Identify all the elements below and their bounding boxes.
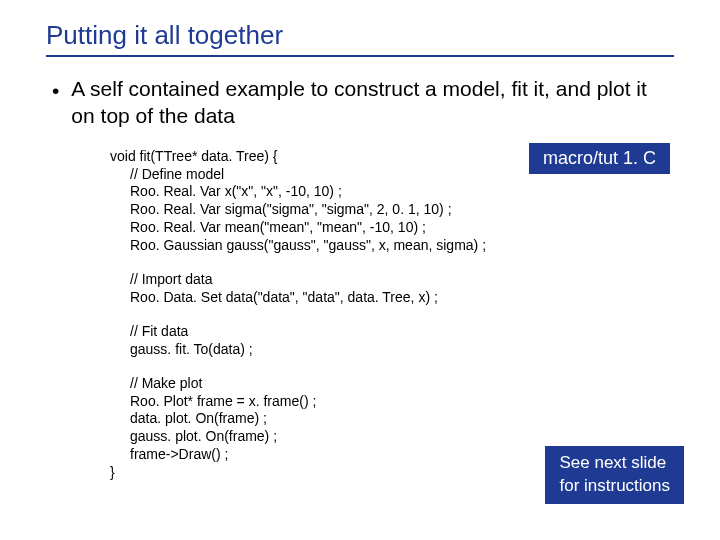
- slide: Putting it all together • A self contain…: [0, 0, 720, 540]
- code-line: Roo. Real. Var sigma("sigma", "sigma", 2…: [130, 201, 674, 219]
- macro-tag: macro/tut 1. C: [529, 143, 670, 174]
- code-line: Roo. Gaussian gauss("gauss", "gauss", x,…: [130, 237, 674, 255]
- code-block: void fit(TTree* data. Tree) { // Define …: [110, 148, 674, 483]
- bullet-text: A self contained example to construct a …: [71, 75, 674, 130]
- note-line: See next slide: [559, 452, 670, 475]
- bullet-row: • A self contained example to construct …: [46, 75, 674, 130]
- code-line: gauss. fit. To(data) ;: [130, 341, 674, 359]
- bullet-dot-icon: •: [52, 77, 59, 104]
- code-line: Roo. Real. Var x("x", "x", -10, 10) ;: [130, 183, 674, 201]
- slide-title: Putting it all together: [46, 20, 674, 57]
- code-line: Roo. Data. Set data("data", "data", data…: [130, 289, 674, 307]
- code-line: data. plot. On(frame) ;: [130, 410, 674, 428]
- code-comment: // Make plot: [130, 375, 674, 393]
- note-tag: See next slide for instructions: [545, 446, 684, 504]
- code-line: gauss. plot. On(frame) ;: [130, 428, 674, 446]
- code-comment: // Fit data: [130, 323, 674, 341]
- code-comment: // Import data: [130, 271, 674, 289]
- code-line: Roo. Plot* frame = x. frame() ;: [130, 393, 674, 411]
- code-line: Roo. Real. Var mean("mean", "mean", -10,…: [130, 219, 674, 237]
- note-line: for instructions: [559, 475, 670, 498]
